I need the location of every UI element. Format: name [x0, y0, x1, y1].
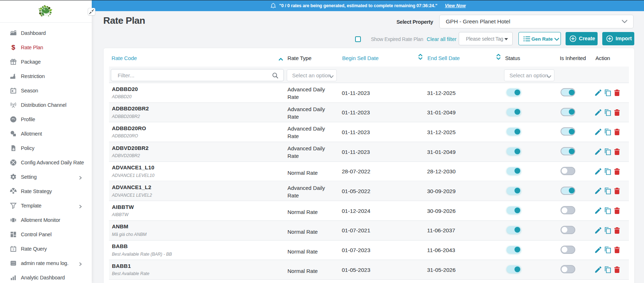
svg-text:$: $ [12, 44, 15, 51]
svg-text:?: ? [12, 248, 14, 251]
